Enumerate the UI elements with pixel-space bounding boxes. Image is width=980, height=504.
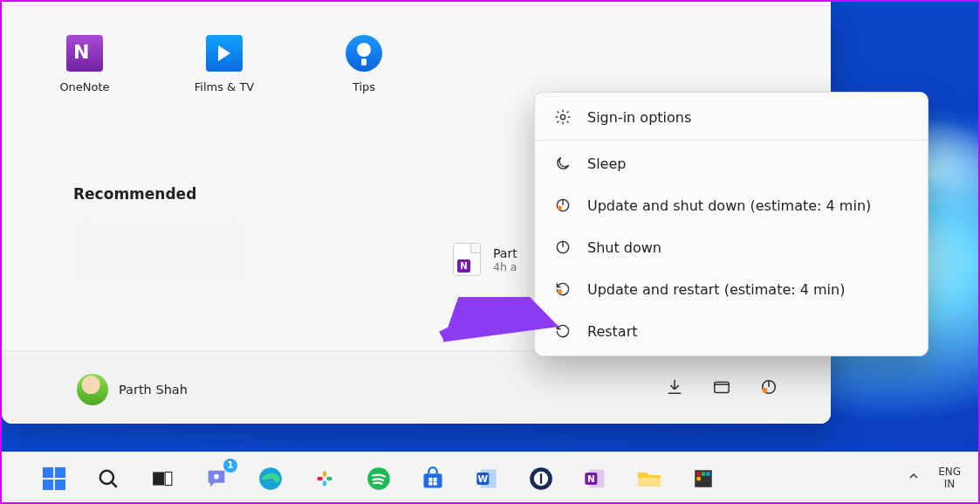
taskbar-taskview-button[interactable] <box>145 461 180 496</box>
taskbar-slack-button[interactable] <box>307 461 342 496</box>
recommended-item-onenote-doc[interactable]: N Part 4h a <box>453 243 517 276</box>
svg-rect-25 <box>428 482 432 486</box>
svg-text:N: N <box>587 473 595 484</box>
powertoys-icon <box>692 467 715 490</box>
gear-icon <box>554 108 572 126</box>
menu-separator <box>535 140 928 141</box>
power-update-restart[interactable]: Update and restart (estimate: 4 min) <box>535 268 928 310</box>
taskbar-search-button[interactable] <box>91 461 126 496</box>
chat-badge: 1 <box>223 459 237 473</box>
svg-rect-24 <box>434 478 437 481</box>
pinned-app-label: OneNote <box>59 80 109 93</box>
documents-button[interactable] <box>712 377 731 400</box>
svg-rect-13 <box>153 472 164 485</box>
recommended-item-title: Part <box>493 246 517 260</box>
taskbar-chat-button[interactable]: 1 <box>199 461 234 496</box>
power-button[interactable] <box>759 377 778 400</box>
svg-rect-26 <box>434 482 437 486</box>
svg-point-7 <box>558 289 562 293</box>
svg-rect-0 <box>715 383 730 393</box>
avatar <box>77 374 108 405</box>
svg-rect-32 <box>540 473 542 484</box>
svg-rect-17 <box>317 477 323 480</box>
recommended-item-blurred[interactable] <box>73 218 248 280</box>
power-restart[interactable]: Restart <box>535 310 928 352</box>
svg-rect-20 <box>323 480 326 487</box>
recommended-item-subtitle: 4h a <box>493 260 517 273</box>
power-icon <box>759 377 778 397</box>
slack-icon <box>313 467 336 490</box>
windows-icon <box>41 466 67 492</box>
svg-rect-8 <box>43 467 53 478</box>
taskbar-edge-button[interactable] <box>253 461 288 496</box>
user-name: Parth Shah <box>119 383 188 397</box>
taskbar-tray-chevron[interactable] <box>907 469 921 487</box>
svg-rect-22 <box>424 473 442 487</box>
power-update-shutdown[interactable]: Update and shut down (estimate: 4 min) <box>535 184 928 226</box>
svg-rect-19 <box>323 471 326 477</box>
pinned-app-films-tv[interactable]: Films & TV <box>185 35 264 93</box>
language-top: ENG <box>938 466 961 478</box>
power-menu: Sign-in options Sleep Update and shut do… <box>534 92 929 356</box>
search-icon <box>97 467 120 490</box>
svg-rect-36 <box>638 478 661 487</box>
power-icon <box>554 238 572 256</box>
power-menu-label: Sleep <box>587 155 626 172</box>
taskbar-language-button[interactable]: ENG IN <box>938 466 961 490</box>
onenote-icon: N <box>583 466 607 491</box>
power-signin-options[interactable]: Sign-in options <box>535 96 928 138</box>
word-icon: W <box>475 466 499 491</box>
power-menu-label: Update and shut down (estimate: 4 min) <box>587 197 871 214</box>
task-view-icon <box>151 467 174 490</box>
svg-rect-9 <box>55 467 65 478</box>
taskbar-1password-button[interactable] <box>524 461 559 496</box>
taskbar-store-button[interactable] <box>415 461 450 496</box>
language-bottom: IN <box>938 478 961 490</box>
onepassword-icon <box>529 466 553 491</box>
power-sleep[interactable]: Sleep <box>535 142 928 184</box>
folder-icon <box>712 377 731 397</box>
onenote-icon <box>66 35 103 72</box>
tips-icon <box>346 35 382 72</box>
svg-text:W: W <box>478 473 489 484</box>
svg-point-2 <box>762 388 767 393</box>
power-update-icon <box>554 197 572 214</box>
svg-rect-14 <box>165 472 172 485</box>
taskbar-powertoys-button[interactable] <box>686 461 721 496</box>
svg-point-12 <box>100 471 113 484</box>
power-menu-label: Sign-in options <box>587 109 691 126</box>
taskbar-word-button[interactable]: W <box>469 461 504 496</box>
taskbar-explorer-button[interactable] <box>632 461 667 496</box>
power-menu-label: Update and restart (estimate: 4 min) <box>587 281 845 298</box>
svg-rect-11 <box>55 480 65 490</box>
taskbar-onenote-button[interactable]: N <box>578 461 613 496</box>
onenote-badge-icon: N <box>457 259 470 273</box>
downloads-button[interactable] <box>665 377 684 400</box>
pinned-app-tips[interactable]: Tips <box>325 35 403 93</box>
svg-rect-38 <box>696 472 700 475</box>
download-icon <box>665 377 684 397</box>
films-tv-icon <box>206 35 243 72</box>
svg-rect-10 <box>43 480 53 490</box>
pinned-app-label: Films & TV <box>195 80 254 93</box>
pinned-app-onenote[interactable]: OneNote <box>45 35 124 93</box>
power-shutdown[interactable]: Shut down <box>535 226 928 268</box>
recommended-heading: Recommended <box>73 185 196 203</box>
pinned-apps-row: OneNote Films & TV Tips <box>45 35 403 93</box>
chevron-up-icon <box>907 469 921 483</box>
svg-point-15 <box>214 474 219 480</box>
svg-rect-40 <box>706 472 709 475</box>
taskbar-start-button[interactable] <box>37 461 72 496</box>
moon-icon <box>554 155 572 172</box>
annotation-arrow <box>437 297 568 349</box>
svg-rect-41 <box>696 477 700 480</box>
user-account-button[interactable]: Parth Shah <box>77 374 188 405</box>
store-icon <box>421 466 445 491</box>
svg-point-5 <box>558 205 562 210</box>
spotify-icon <box>367 466 391 491</box>
svg-rect-23 <box>428 478 432 481</box>
taskbar-spotify-button[interactable] <box>361 461 396 496</box>
taskbar: 1 W N ENG <box>2 452 978 502</box>
pinned-app-label: Tips <box>353 80 375 93</box>
svg-rect-39 <box>702 472 705 475</box>
